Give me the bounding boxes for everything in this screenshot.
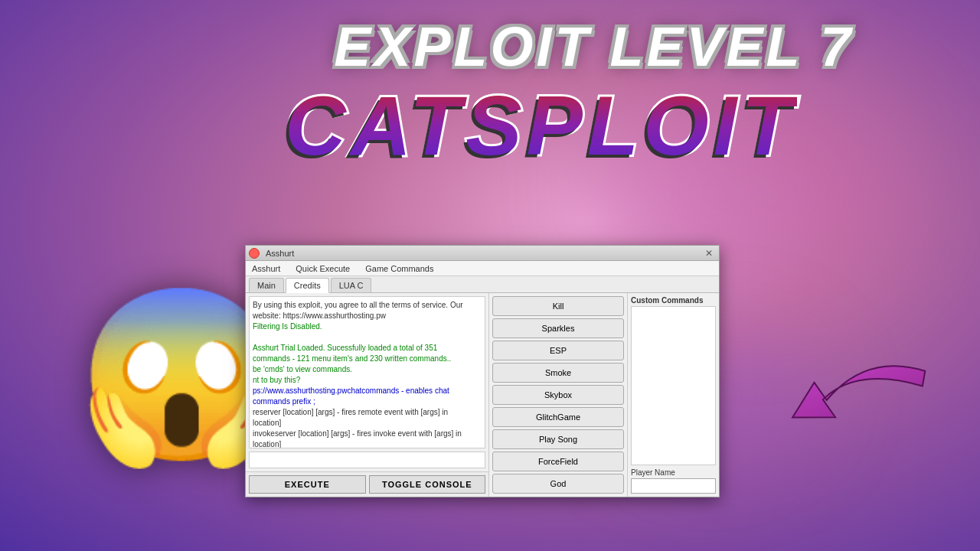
bottom-buttons: EXECUTE TOGGLE CONSOLE (246, 471, 488, 497)
title-exploit-level: EXPLOIT LEVEL 7 (334, 15, 854, 78)
console-line: Filtering Is Disabled. (253, 321, 482, 332)
cmd-glitch-game[interactable]: GlitchGame (492, 407, 624, 427)
console-line: be 'cmds' to view commands. (253, 364, 482, 375)
cmd-kill[interactable]: Kill (492, 296, 624, 316)
console-area[interactable]: By using this exploit, you agree to all … (249, 296, 485, 448)
menu-game-commands[interactable]: Game Commands (362, 262, 436, 275)
menu-quick-execute[interactable]: Quick Execute (292, 262, 353, 275)
title-catsploit: CATSPLOIT (285, 77, 797, 174)
player-name-label: Player Name (631, 468, 716, 477)
cmd-esp[interactable]: ESP (492, 341, 624, 360)
player-name-input[interactable] (631, 478, 716, 494)
execute-button[interactable]: EXECUTE (249, 475, 366, 494)
custom-commands-label: Custom Commands (631, 296, 716, 305)
console-line: By using this exploit, you agree to all … (253, 300, 482, 311)
tab-lua-c[interactable]: LUA C (331, 278, 372, 292)
app-window: Asshurt ✕ Asshurt Quick Execute Game Com… (245, 245, 720, 497)
console-line: nt to buy this? (253, 375, 482, 386)
console-line: reserver [location] [args] - fires remot… (253, 407, 482, 418)
window-menubar: Asshurt Quick Execute Game Commands (246, 261, 719, 276)
console-line: website: https://www.asshurthosting.pw (253, 311, 482, 321)
cmd-forcefield[interactable]: ForceField (492, 452, 624, 471)
left-panel: By using this exploit, you agree to all … (246, 293, 489, 497)
window-close-button[interactable] (249, 248, 260, 259)
cmd-play-song[interactable]: Play Song (492, 429, 624, 449)
cmd-smoke[interactable]: Smoke (492, 363, 624, 383)
console-line: Asshurt Trial Loaded. Sucessfully loaded… (253, 343, 482, 354)
window-close-x[interactable]: ✕ (702, 248, 716, 259)
tab-main[interactable]: Main (249, 278, 284, 292)
window-body: By using this exploit, you agree to all … (246, 293, 719, 497)
window-tabs: Main Credits LUA C (246, 276, 719, 293)
console-line: ps://www.asshurthosting.pwchatcommands -… (253, 386, 482, 396)
console-line: commands prefix ; (253, 396, 482, 407)
window-titlebar: Asshurt ✕ (246, 246, 719, 261)
console-line: commands - 121 menu item's and 230 writt… (253, 354, 482, 364)
cmd-skybox[interactable]: Skybox (492, 385, 624, 405)
script-input[interactable] (249, 452, 485, 468)
custom-commands-area[interactable] (631, 306, 716, 465)
window-title-text: Asshurt (266, 249, 294, 258)
toggle-console-button[interactable]: TOGGLE CONSOLE (369, 475, 486, 494)
far-right-panel: Custom Commands Player Name (627, 293, 719, 497)
tab-credits[interactable]: Credits (286, 278, 329, 293)
console-line: location] (253, 418, 482, 429)
console-line: location] (253, 439, 482, 448)
cmd-god[interactable]: God (492, 474, 624, 494)
cmd-sparkles[interactable]: Sparkles (492, 318, 624, 338)
menu-asshurt[interactable]: Asshurt (249, 262, 283, 275)
console-line: invokeserver [location] [args] - fires i… (253, 429, 482, 439)
right-panel: Kill Sparkles ESP Smoke Skybox GlitchGam… (489, 293, 627, 497)
